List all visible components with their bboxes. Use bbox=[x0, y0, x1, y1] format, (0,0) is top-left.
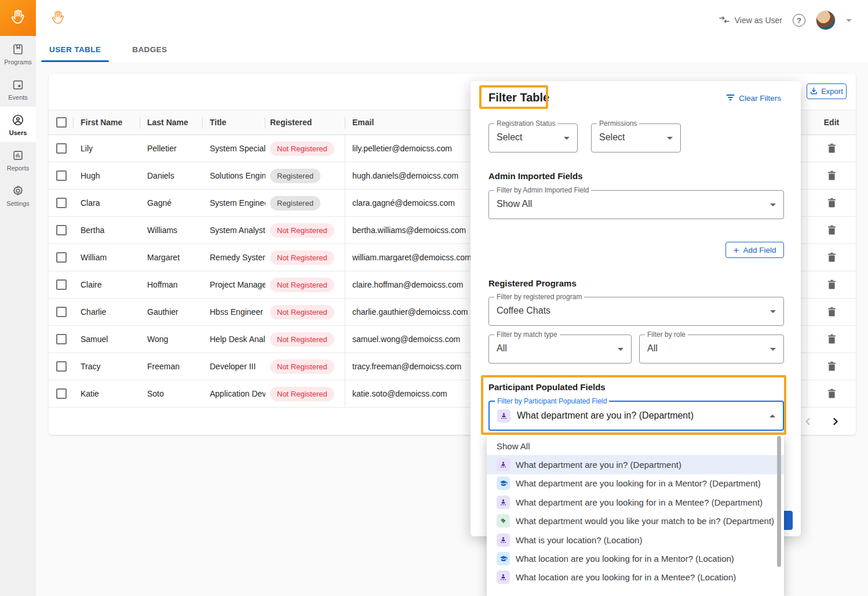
column-header-first-name[interactable]: First Name bbox=[74, 110, 140, 135]
delete-row-icon[interactable] bbox=[814, 225, 849, 235]
cell-first-name: Lily bbox=[74, 135, 140, 162]
option-label: What department would you like your matc… bbox=[516, 516, 774, 526]
column-header-title[interactable]: Title bbox=[203, 110, 265, 135]
sidebar-item-programs[interactable]: Programs bbox=[0, 36, 36, 71]
avatar[interactable] bbox=[816, 10, 836, 30]
row-checkbox[interactable] bbox=[56, 170, 67, 181]
field-label: Permissions bbox=[597, 119, 639, 128]
field-label: Filter by role bbox=[645, 330, 688, 339]
participant-populated-field-select[interactable]: Filter by Participant Populated Field Wh… bbox=[488, 401, 784, 431]
delete-row-icon[interactable] bbox=[814, 279, 849, 290]
delete-row-icon[interactable] bbox=[814, 170, 849, 181]
cell-first-name: Katie bbox=[74, 380, 140, 407]
help-icon[interactable]: ? bbox=[793, 14, 805, 27]
field-value: What department are you in? (Department) bbox=[517, 410, 694, 421]
row-checkbox[interactable] bbox=[56, 198, 67, 208]
clear-filters-label: Clear Filters bbox=[739, 94, 781, 103]
row-checkbox[interactable] bbox=[56, 307, 67, 317]
row-checkbox[interactable] bbox=[56, 143, 67, 154]
role-select[interactable]: Filter by role All bbox=[639, 335, 784, 364]
cell-last-name: Hoffman bbox=[140, 271, 203, 298]
calendar-icon bbox=[12, 78, 24, 91]
sidebar-item-users[interactable]: Users bbox=[0, 107, 36, 142]
select-all-checkbox[interactable] bbox=[56, 117, 67, 128]
dropdown-option[interactable]: What location are you looking for in a M… bbox=[487, 549, 784, 568]
dropdown-option[interactable]: What department are you looking for in a… bbox=[487, 474, 784, 493]
delete-row-icon[interactable] bbox=[814, 361, 849, 372]
users-icon bbox=[12, 114, 24, 126]
row-checkbox[interactable] bbox=[56, 361, 67, 372]
app-logo[interactable] bbox=[0, 0, 36, 36]
view-as-user-button[interactable]: View as User bbox=[719, 15, 782, 26]
add-field-button[interactable]: + Add Field bbox=[725, 242, 784, 258]
delete-row-icon[interactable] bbox=[814, 307, 849, 317]
registered-program-select[interactable]: Filter by registered program Coffee Chat… bbox=[488, 297, 784, 326]
participant-field-dropdown: Show All What department are you in? (De… bbox=[487, 435, 784, 596]
match-type-select[interactable]: Filter by match type All bbox=[488, 335, 632, 364]
cell-first-name: Claire bbox=[74, 271, 140, 298]
column-header-last-name[interactable]: Last Name bbox=[140, 110, 203, 135]
option-icon bbox=[497, 570, 510, 584]
section-admin-imported-fields: Admin Imported Fields bbox=[488, 171, 583, 181]
sidebar-item-label: Settings bbox=[6, 200, 30, 207]
export-button[interactable]: Export bbox=[807, 83, 847, 99]
dropdown-option[interactable]: Show All bbox=[487, 437, 784, 455]
cell-title: Project Manager bbox=[203, 271, 265, 298]
chevron-down-icon bbox=[564, 137, 570, 140]
cell-last-name: Gauthier bbox=[140, 299, 203, 325]
delete-row-icon[interactable] bbox=[814, 198, 849, 208]
sidebar-item-reports[interactable]: Reports bbox=[0, 142, 36, 177]
sidebar-item-events[interactable]: Events bbox=[0, 71, 36, 107]
dropdown-scrollbar[interactable] bbox=[777, 436, 781, 567]
row-checkbox[interactable] bbox=[56, 252, 67, 263]
delete-row-icon[interactable] bbox=[814, 143, 849, 154]
admin-imported-field-select[interactable]: Filter by Admin Imported Field Show All bbox=[488, 190, 784, 219]
permissions-select[interactable]: Permissions Select bbox=[591, 123, 681, 152]
next-page-icon[interactable] bbox=[833, 417, 838, 426]
sidebar-item-settings[interactable]: Settings bbox=[0, 177, 36, 213]
cell-last-name: Freeman bbox=[140, 353, 203, 380]
section-registered-programs: Registered Programs bbox=[488, 278, 577, 288]
row-checkbox[interactable] bbox=[56, 279, 67, 290]
row-checkbox[interactable] bbox=[56, 334, 67, 344]
cell-last-name: Wong bbox=[140, 326, 203, 352]
registration-status-select[interactable]: Registration Status Select bbox=[488, 123, 578, 152]
clear-filters-button[interactable]: Clear Filters bbox=[726, 94, 781, 103]
section-participant-populated-fields: Participant Populated Fields bbox=[488, 382, 606, 392]
option-label: What location are you looking for in a M… bbox=[516, 554, 734, 564]
field-value: All bbox=[497, 343, 507, 354]
chevron-down-icon[interactable] bbox=[846, 19, 852, 22]
row-checkbox[interactable] bbox=[56, 225, 67, 235]
delete-row-icon[interactable] bbox=[814, 252, 849, 263]
option-icon bbox=[497, 496, 510, 509]
hand-logo-icon bbox=[9, 8, 27, 28]
option-label: Show All bbox=[497, 441, 530, 451]
chevron-up-icon bbox=[769, 415, 775, 417]
chevron-down-icon bbox=[618, 348, 623, 351]
field-value: Select bbox=[599, 132, 625, 143]
chevron-down-icon bbox=[667, 137, 673, 140]
row-checkbox[interactable] bbox=[56, 388, 67, 399]
chevron-down-icon bbox=[770, 203, 776, 206]
tab-badges[interactable]: BADGES bbox=[126, 41, 173, 62]
registration-status-badge: Not Registered bbox=[270, 223, 334, 238]
reports-icon bbox=[12, 149, 24, 162]
cell-title: Developer III bbox=[203, 353, 265, 380]
column-header-registered[interactable]: Registered bbox=[265, 110, 345, 135]
previous-page-icon[interactable] bbox=[805, 417, 811, 426]
dropdown-option[interactable]: What department are you looking for in a… bbox=[487, 493, 784, 511]
dropdown-option[interactable]: What department are you in? (Department) bbox=[487, 455, 784, 474]
field-value: Select bbox=[497, 132, 522, 143]
registration-status-badge: Not Registered bbox=[270, 332, 334, 347]
delete-row-icon[interactable] bbox=[814, 334, 849, 344]
delete-row-icon[interactable] bbox=[814, 388, 849, 399]
participant-field-icon bbox=[497, 409, 510, 423]
tab-user-table[interactable]: USER TABLE bbox=[43, 41, 107, 62]
field-label: Filter by match type bbox=[494, 330, 560, 339]
option-label: What department are you in? (Department) bbox=[516, 460, 681, 470]
column-header-edit: Edit bbox=[807, 110, 856, 135]
dropdown-option[interactable]: What location are you looking for in a M… bbox=[487, 568, 784, 587]
field-label: Filter by registered program bbox=[494, 293, 584, 301]
dropdown-option[interactable]: What is your location? (Location) bbox=[487, 530, 784, 549]
dropdown-option[interactable]: What department would you like your matc… bbox=[487, 512, 784, 530]
